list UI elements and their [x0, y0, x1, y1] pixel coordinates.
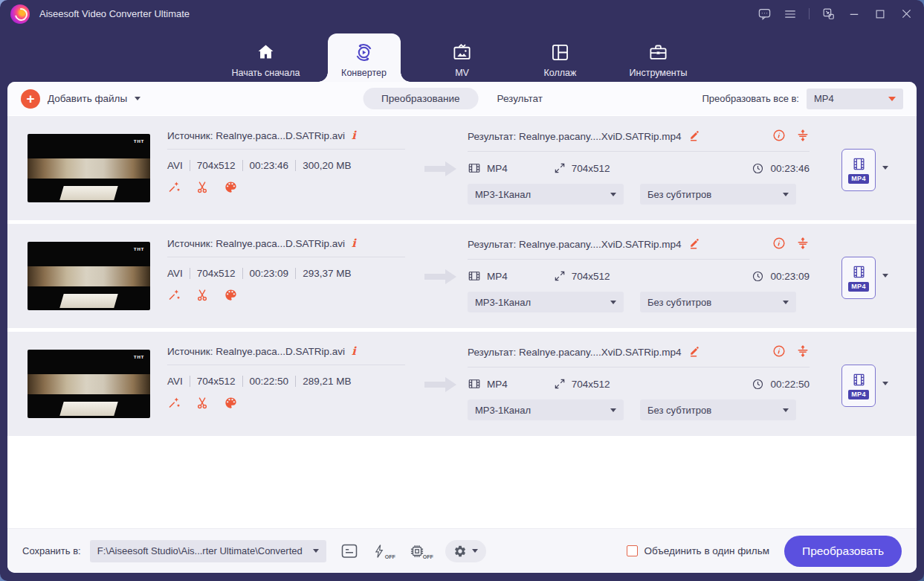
segment-converting[interactable]: Преобразование — [363, 88, 478, 109]
merge-checkbox[interactable] — [627, 545, 638, 556]
save-path-select[interactable]: F:\Aiseesoft Studio\Ais...rter Ultimate\… — [90, 540, 326, 562]
high-speed-off-button[interactable]: OFF — [372, 542, 395, 560]
convert-all-select[interactable]: MP4 — [807, 89, 903, 109]
channel-watermark: тнт — [134, 245, 144, 252]
output-format-button[interactable]: MP4 — [841, 365, 876, 407]
close-icon[interactable] — [899, 7, 914, 22]
thumbnail-image — [28, 374, 150, 394]
cut-icon[interactable] — [196, 180, 210, 194]
empty-area — [7, 436, 917, 528]
channel-watermark: тнт — [134, 138, 144, 144]
tab-tools[interactable]: Инструменты — [622, 33, 695, 82]
rename-icon[interactable] — [688, 129, 700, 144]
thumbnail-image — [28, 266, 150, 286]
subtitle-select[interactable]: Без субтитров — [640, 399, 796, 420]
clock-icon — [752, 270, 764, 283]
palette-icon[interactable] — [224, 288, 238, 302]
convert-button[interactable]: Преобразовать — [784, 536, 902, 567]
chevron-down-icon — [783, 193, 789, 196]
info-icon[interactable]: i — [352, 129, 356, 142]
output-format-button[interactable]: MP4 — [841, 257, 876, 299]
video-thumbnail[interactable]: тнт — [28, 242, 150, 310]
edit-effects-icon[interactable] — [167, 288, 181, 302]
save-to-label: Сохранить в: — [22, 545, 81, 556]
adjust-settings-icon[interactable] — [796, 344, 810, 360]
feedback-icon[interactable] — [757, 7, 772, 22]
collage-icon — [550, 40, 570, 64]
cut-icon[interactable] — [196, 288, 210, 302]
result-filename: Результат: Realnye.pacany....XviD.SATRip… — [468, 239, 682, 250]
subtitle-select[interactable]: Без субтитров — [640, 292, 796, 312]
chevron-down-icon — [783, 408, 789, 412]
audio-track-select[interactable]: MP3-1Канал — [468, 184, 624, 205]
source-meta: AVI704x51200:23:46300,20 MB — [167, 160, 405, 171]
arrow-right-icon — [424, 267, 457, 328]
video-thumbnail[interactable]: тнт — [28, 350, 150, 418]
maximize-icon[interactable] — [873, 7, 888, 22]
hardware-acceleration-off-button[interactable]: OFF — [409, 542, 433, 560]
source-filename: Источник: Realnye.paca...D.SATRip.avi — [167, 238, 345, 249]
view-segments: Преобразование Результат — [363, 88, 561, 109]
chevron-down-icon — [610, 301, 616, 304]
adjust-settings-icon[interactable] — [796, 129, 810, 144]
file-row: тнт Источник: Realnye.paca...D.SATRip.av… — [7, 332, 917, 436]
snapshot-icon[interactable] — [821, 7, 836, 22]
tab-collage[interactable]: Коллаж — [524, 33, 597, 82]
add-files-button[interactable]: + Добавить файлы — [21, 89, 140, 109]
audio-track-select[interactable]: MP3-1Канал — [468, 292, 624, 312]
edit-effects-icon[interactable] — [167, 180, 181, 194]
rename-icon[interactable] — [688, 345, 700, 359]
content-panel: + Добавить файлы Преобразование Результа… — [7, 82, 917, 573]
arrow-right-icon — [424, 159, 457, 220]
segment-result[interactable]: Результат — [479, 88, 561, 109]
tab-mv[interactable]: MV — [426, 33, 499, 82]
chevron-down-icon[interactable] — [882, 382, 888, 385]
clock-icon — [752, 162, 764, 175]
edit-effects-icon[interactable] — [167, 396, 181, 410]
adjust-settings-icon[interactable] — [796, 237, 810, 252]
chevron-down-icon[interactable] — [882, 274, 888, 277]
off-label: OFF — [385, 554, 395, 559]
output-format-button[interactable]: MP4 — [841, 149, 876, 191]
open-folder-button[interactable] — [340, 542, 359, 560]
output-info-icon[interactable] — [772, 237, 786, 252]
tab-label: Начать сначала — [231, 68, 300, 78]
main-nav: Начать сначала Конвертер — [0, 28, 924, 82]
channel-watermark: тнт — [134, 353, 144, 360]
toolbar: + Добавить файлы Преобразование Результа… — [7, 82, 917, 115]
source-meta: AVI704x51200:22:50289,21 MB — [167, 376, 405, 387]
tab-restart[interactable]: Начать сначала — [230, 33, 303, 82]
audio-track-select[interactable]: MP3-1Канал — [468, 399, 624, 420]
merge-into-one-option[interactable]: Объединить в один фильм — [627, 545, 769, 556]
thumbnail-image — [28, 158, 150, 179]
source-filename: Источник: Realnye.paca...D.SATRip.avi — [167, 130, 345, 141]
result-meta: MP4 704x512 00:23:46 — [468, 161, 810, 175]
gear-icon — [453, 545, 467, 558]
output-info-icon[interactable] — [772, 129, 786, 144]
convert-all-label: Преобразовать все в: — [702, 93, 799, 104]
clock-icon — [752, 378, 764, 391]
chevron-down-icon — [135, 97, 140, 100]
film-icon — [852, 265, 866, 279]
video-thumbnail[interactable]: тнт — [28, 134, 150, 202]
output-info-icon[interactable] — [772, 344, 786, 360]
result-filename: Результат: Realnye.pacany....XviD.SATRip… — [468, 131, 682, 142]
subtitle-select[interactable]: Без субтитров — [640, 184, 796, 205]
menu-icon[interactable] — [783, 7, 798, 22]
app-window: Aiseesoft Video Converter Ultimate — [0, 0, 924, 581]
info-icon[interactable]: i — [352, 344, 356, 358]
rename-icon[interactable] — [688, 237, 700, 251]
divider — [167, 365, 405, 365]
tab-converter[interactable]: Конвертер — [328, 33, 401, 82]
tab-label: Инструменты — [630, 68, 688, 78]
palette-icon[interactable] — [224, 180, 238, 194]
settings-button[interactable] — [445, 540, 486, 562]
chevron-down-icon[interactable] — [882, 166, 888, 170]
minimize-icon[interactable] — [847, 7, 862, 22]
chevron-down-icon — [610, 408, 616, 412]
cut-icon[interactable] — [196, 396, 210, 410]
palette-icon[interactable] — [224, 396, 238, 410]
info-icon[interactable]: i — [352, 237, 356, 250]
footer-bar: Сохранить в: F:\Aiseesoft Studio\Ais...r… — [7, 528, 917, 573]
titlebar: Aiseesoft Video Converter Ultimate — [0, 0, 924, 28]
